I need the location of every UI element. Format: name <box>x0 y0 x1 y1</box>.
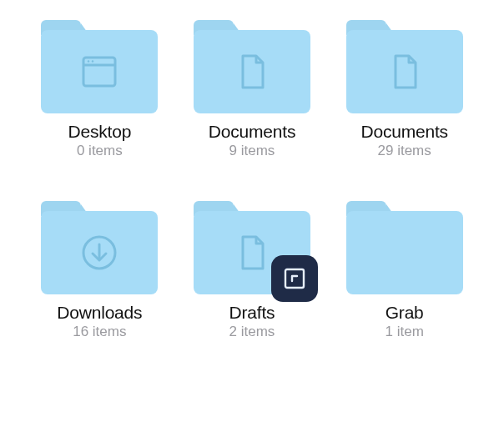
folder-count: 9 items <box>229 143 275 159</box>
folder-icon <box>346 201 463 294</box>
document-icon <box>233 234 271 272</box>
folder-icon <box>194 20 310 113</box>
window-icon <box>80 53 118 91</box>
folder-name: Downloads <box>57 303 142 323</box>
folder-item-downloads[interactable]: Downloads 16 items <box>41 201 158 340</box>
svg-point-2 <box>88 60 89 62</box>
folder-count: 16 items <box>73 324 126 340</box>
document-icon <box>386 53 424 91</box>
folder-count: 29 items <box>378 143 431 159</box>
folder-icon <box>346 20 463 113</box>
folder-icon <box>41 201 158 294</box>
folder-item-documents[interactable]: Documents 9 items <box>194 20 310 159</box>
folder-name: Grab <box>386 303 424 323</box>
app-badge-icon <box>271 255 318 302</box>
folder-name: Documents <box>360 122 447 142</box>
folder-grid: Desktop 0 items Documents 9 items <box>33 20 471 340</box>
download-icon <box>80 234 118 272</box>
folder-icon <box>194 201 310 294</box>
folder-icon <box>41 20 158 113</box>
folder-name: Drafts <box>229 303 275 323</box>
folder-item-drafts[interactable]: Drafts 2 items <box>194 201 310 340</box>
folder-count: 2 items <box>229 324 275 340</box>
folder-count: 1 item <box>386 324 424 340</box>
svg-point-3 <box>92 60 93 62</box>
svg-rect-6 <box>285 269 304 288</box>
folder-item-documents[interactable]: Documents 29 items <box>346 20 463 159</box>
folder-item-grab[interactable]: Grab 1 item <box>346 201 463 340</box>
document-icon <box>233 53 271 91</box>
folder-name: Documents <box>209 122 295 142</box>
folder-name: Desktop <box>68 122 132 142</box>
folder-item-desktop[interactable]: Desktop 0 items <box>41 20 158 159</box>
folder-count: 0 items <box>77 143 123 159</box>
